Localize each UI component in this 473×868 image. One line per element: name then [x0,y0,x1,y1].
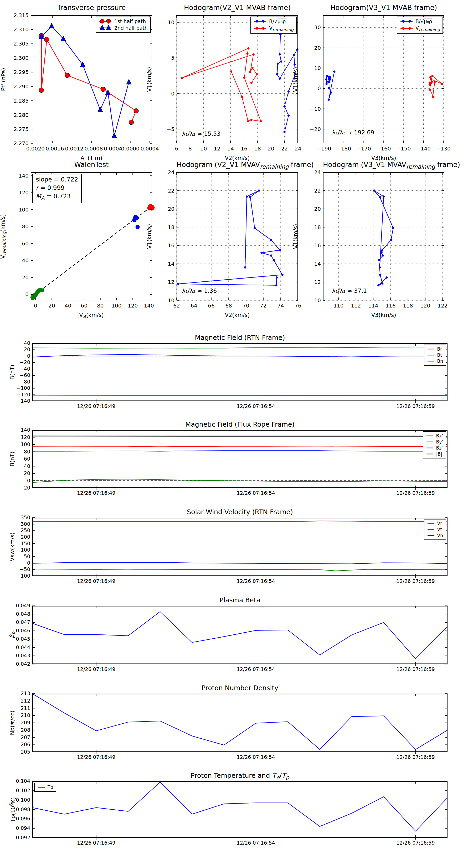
x-tick-label: 12/26 07:16:54 [227,666,285,672]
legend: Tp [34,783,56,792]
y-tick-label: 0 [150,91,174,97]
chart-proton-number-density: 12/26 07:16:4912/26 07:16:5412/26 07:16:… [32,693,447,752]
plot-canvas [32,693,447,752]
legend-label: 2nd half path [114,25,148,31]
plot-canvas [32,430,447,488]
y-tick-label: 10 [150,19,174,26]
x-tick-label: 12/26 07:16:54 [227,840,285,846]
legend-label: Tp [47,785,53,790]
chart-plasma-beta: 12/26 07:16:4912/26 07:16:5412/26 07:16:… [32,606,447,664]
y-tick-label: 2.275 [4,126,29,132]
y-tick-label: 30 [297,24,321,31]
legend-entry: Vremaining [400,25,440,32]
legend-entry: Bt [427,352,443,358]
y-axis-label: V1(km/s) [293,67,299,92]
y-tick-label: 10 [297,65,321,71]
legend-entry: 1st half path [99,19,148,24]
x-tick-label: 122 [427,303,458,309]
legend-sample-line [426,445,434,450]
y-tick-label: 16 [297,242,321,249]
legend-label: By' [436,439,443,444]
y-tick-label: 20 [297,45,321,51]
y-tick-label: 0.042 [6,661,30,667]
chart-proton-temperature: 12/26 07:16:4912/26 07:16:5412/26 07:16:… [32,781,447,838]
legend-entry: Br [427,346,443,352]
legend-entry: Bn [427,359,443,364]
y-axis-label: Np(#/cc) [9,710,15,735]
x-tick-label: 12/26 07:16:54 [227,403,285,409]
legend-label: Vremaining [415,25,440,32]
legend-sample-line [427,521,435,526]
plot-canvas [32,343,447,401]
chart-title: Proton Temperature and Te/Tp [32,772,447,781]
y-tick-label: 0.102 [6,787,30,793]
legend: VrVtVn [424,519,446,540]
y-tick-label: 10 [297,297,321,304]
legend: Bx'By'Bz'|B| [423,431,446,459]
chart-solar-wind-velocity: 12/26 07:16:4912/26 07:16:5412/26 07:16:… [32,518,447,576]
annotation: λ₁/λ₃ ≈ 37.1 [332,287,367,294]
y-tick-label: 2.285 [4,98,29,104]
x-axis-label: VA(km/s) [31,312,152,319]
legend-entry: By' [426,439,443,444]
plot-canvas [323,15,444,143]
chart-title: Proton Number Density [32,684,447,692]
chart-title: Hodogram(V3_V1 MVAB frame) [323,4,444,11]
y-tick-label: 60 [4,240,29,247]
x-tick-label: 12/26 07:16:49 [67,490,125,496]
legend-sample-line [254,26,267,31]
x-tick-label: 12/26 07:16:59 [386,578,444,584]
y-tick-label: 100 [4,207,29,213]
y-tick-label: −120 [6,392,30,397]
annotation: λ₁/λ₃ ≈ 192.69 [332,129,374,136]
y-tick-label: 20 [4,274,29,281]
plot-canvas [32,606,447,664]
legend-label: |B| [436,452,442,457]
y-tick-label: 5 [150,55,174,61]
y-tick-label: 300 [6,521,30,527]
y-tick-label: 18 [297,224,321,230]
y-tick-label: 140 [4,173,29,179]
y-tick-label: 20 [6,346,30,352]
legend-sample-line [427,527,435,532]
y-tick-label: 0.094 [6,825,30,831]
legend-sample-line [99,26,112,30]
legend-entry: B/√μ₀ρ [254,19,294,24]
legend-sample-line [427,353,435,358]
legend-sample-line [427,347,435,351]
chart-hodogram-v3v1-mvav: 1101121141161181201221012141618202224Hod… [323,172,444,300]
legend-label: Vremaining [269,25,294,32]
y-tick-label: 24 [150,169,174,176]
y-tick-label: 0 [6,353,30,359]
y-tick-label: 205 [6,749,30,755]
legend-sample-line [426,433,434,438]
legend-label: Bz' [436,445,443,451]
legend-entry: Bz' [426,445,443,451]
x-tick-label: 12/26 07:16:54 [227,490,285,496]
x-tick-label: −130 [428,146,459,152]
legend-label: B/√μ₀ρ [415,19,432,24]
legend-sample-line [426,439,434,444]
y-tick-label: 20 [6,470,30,476]
y-tick-label: 0.104 [6,778,30,784]
y-tick-label: 20 [150,206,174,212]
y-tick-label: −5 [150,126,174,132]
y-axis-label: βp [9,632,16,639]
legend-entry: Tp [37,785,53,790]
legend-sample-line [37,785,45,789]
y-tick-label: 140 [6,427,30,433]
y-tick-label: 40 [4,257,29,264]
y-tick-label: 206 [6,742,30,747]
y-tick-label: 18 [150,224,174,230]
legend-label: B/√μ₀ρ [269,19,285,24]
y-tick-label: 0.047 [6,619,30,625]
chart-hodogram-v2v1-mvav: 62646668707274761012141618202224Hodogram… [177,172,298,300]
chart-title: Hodogram(V2_V1 MVAB frame) [177,4,298,11]
y-tick-label: 0.043 [6,653,30,658]
y-tick-label: 213 [6,690,30,696]
chart-title: Hodogram (V3_V1 MVAVremaining frame) [323,161,444,170]
chart-magnetic-field-rtn: 12/26 07:16:4912/26 07:16:5412/26 07:16:… [32,343,447,401]
legend: B/√μ₀ρVremaining [250,17,297,34]
annotation: λ₁/λ₂ ≈ 1.36 [182,287,217,294]
x-axis-label: V3(km/s) [323,155,444,161]
